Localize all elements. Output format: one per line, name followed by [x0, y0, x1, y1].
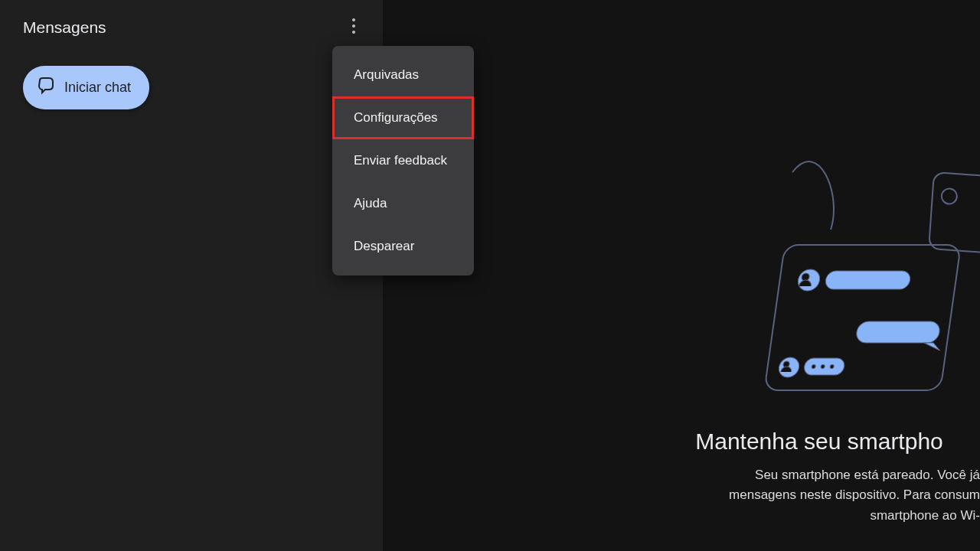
start-chat-label: Iniciar chat: [64, 80, 131, 96]
more-options-menu: Arquivadas Configurações Enviar feedback…: [332, 46, 474, 276]
menu-item-unpair[interactable]: Desparear: [332, 225, 474, 268]
info-text-block: Mantenha seu smartpho Seu smartphone est…: [658, 429, 980, 526]
menu-item-help[interactable]: Ajuda: [332, 182, 474, 225]
svg-rect-6: [855, 321, 941, 343]
svg-rect-5: [825, 271, 911, 289]
chat-bubble-icon: [37, 77, 55, 99]
svg-point-10: [812, 365, 816, 369]
menu-item-archived[interactable]: Arquivadas: [332, 54, 474, 96]
svg-point-12: [830, 365, 835, 369]
info-headline: Mantenha seu smartpho: [658, 429, 980, 455]
brand-title: Mensagens: [23, 18, 106, 37]
sidebar-header: Mensagens: [0, 0, 383, 52]
svg-rect-0: [929, 172, 980, 255]
svg-point-1: [941, 188, 957, 204]
more-vert-icon: [352, 18, 355, 34]
svg-point-3: [797, 269, 822, 291]
svg-point-11: [821, 365, 825, 369]
info-body: Seu smartphone está pareado. Você já men…: [658, 465, 980, 526]
more-options-button[interactable]: [338, 11, 369, 41]
start-chat-button[interactable]: Iniciar chat: [23, 66, 149, 109]
menu-item-send-feedback[interactable]: Enviar feedback: [332, 139, 474, 182]
menu-item-settings[interactable]: Configurações: [332, 96, 474, 139]
sidebar: Mensagens Iniciar chat: [0, 0, 383, 551]
messages-illustration: [750, 153, 980, 413]
